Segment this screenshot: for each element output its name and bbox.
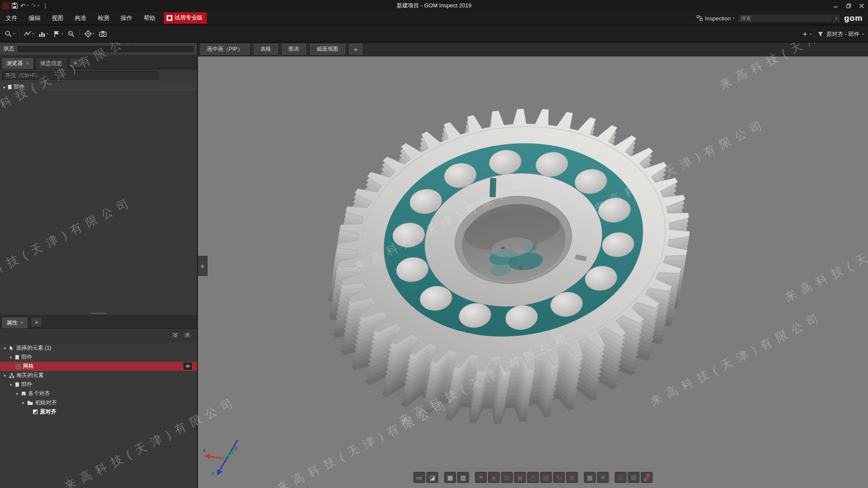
add-properties-tab-button[interactable]: +: [31, 318, 42, 327]
caret-closed-icon[interactable]: ▸: [3, 85, 6, 89]
workspace-dropdown-icon[interactable]: ▾: [733, 16, 734, 20]
frame-select-icon[interactable]: ▣: [514, 472, 526, 483]
menu-help[interactable]: 帮助: [138, 12, 161, 24]
menu-inspect[interactable]: 检测: [92, 12, 115, 24]
section-curve-dropdown-icon[interactable]: ▾: [33, 32, 34, 36]
tag-label-icon[interactable]: ◈: [488, 472, 500, 483]
mini-table-icon[interactable]: ▦: [444, 472, 456, 483]
tab-section-view[interactable]: 截面视图: [310, 44, 345, 55]
related-elements-icon: [9, 373, 14, 378]
zoom-fit-dropdown-icon[interactable]: ▾: [13, 32, 15, 36]
properties-toolrow: [0, 329, 197, 342]
tab-table[interactable]: 表格: [254, 44, 278, 55]
tab-properties-label: 属性: [7, 319, 17, 327]
panel-collapse-button[interactable]: «: [198, 256, 207, 276]
dense-grid-icon[interactable]: ▩: [584, 472, 596, 483]
label-flag-button[interactable]: ▾: [51, 29, 65, 39]
flag-label-icon[interactable]: ⚑: [475, 472, 487, 483]
expand-all-icon[interactable]: [183, 331, 192, 339]
undo-icon[interactable]: ↶: [20, 3, 25, 9]
tree-row-part[interactable]: ▾ 部件: [0, 380, 197, 389]
browser-root-row[interactable]: ▸ 部件: [0, 82, 197, 92]
checkbox-off-icon[interactable]: ☒: [628, 472, 640, 483]
diagonal-view-icon[interactable]: ◪: [427, 472, 438, 483]
add-tab-button[interactable]: +: [70, 58, 81, 68]
client-area: 状态 浏览器 × 状态信息 + ▸ 部件: [0, 43, 868, 488]
tab-properties[interactable]: 属性 ×: [1, 317, 28, 328]
tree-row-initial-alignment[interactable]: ▾ 初始对齐: [0, 398, 197, 407]
tree-row-mesh[interactable]: 网格: [0, 362, 197, 371]
axis-triad: x y z: [200, 433, 247, 476]
caret-open-icon[interactable]: ▾: [21, 401, 25, 405]
close-button[interactable]: [855, 0, 868, 11]
redo-icon[interactable]: ↷: [31, 3, 36, 9]
link-views-icon[interactable]: ⊞: [566, 472, 578, 483]
split-columns-icon[interactable]: ▥: [457, 472, 469, 483]
caret-open-icon[interactable]: ▾: [9, 355, 13, 360]
menu-operations[interactable]: 操作: [115, 12, 138, 24]
caret-open-icon[interactable]: ▾: [9, 383, 13, 387]
minimize-button[interactable]: [829, 0, 842, 11]
app-icon[interactable]: [3, 3, 9, 9]
menu-construct[interactable]: 构造: [69, 12, 92, 24]
undo-dropdown-icon[interactable]: ▾: [27, 4, 29, 7]
corner-resize-icon[interactable]: ◰: [527, 472, 539, 483]
axis-y-label: y: [235, 445, 237, 450]
tree-row-alignments[interactable]: ▾ 各个对齐: [0, 389, 197, 398]
refresh-view-icon[interactable]: ↻: [553, 472, 565, 483]
zoom-button[interactable]: [66, 29, 77, 39]
alignment-dropdown-icon[interactable]: ▾: [862, 33, 864, 36]
restore-button[interactable]: [842, 0, 855, 11]
zoom-fit-button[interactable]: ▾: [3, 29, 16, 39]
global-search-input[interactable]: [738, 14, 832, 23]
add-view-tab-button[interactable]: +: [349, 44, 362, 55]
active-alignment-label[interactable]: 原对齐 - 部件: [826, 30, 860, 38]
screen-capture-icon[interactable]: ⊡: [501, 472, 513, 483]
eye-icon: [185, 364, 191, 368]
tree-row-related-elements[interactable]: ▾ 相关的元素: [0, 371, 197, 380]
collapse-all-icon[interactable]: [171, 331, 180, 339]
caret-open-icon[interactable]: ▾: [3, 373, 7, 378]
section-curve-button[interactable]: ▾: [22, 29, 36, 39]
histogram-dropdown-icon[interactable]: ▾: [47, 32, 49, 36]
trial-pro-button[interactable]: 试用专业版: [164, 12, 207, 24]
redo-dropdown-icon[interactable]: ▾: [37, 4, 39, 7]
tree-row-part[interactable]: ▾ 部件: [0, 353, 197, 362]
burst-icon[interactable]: ✳: [597, 472, 609, 483]
browser-tree-area[interactable]: [0, 92, 197, 311]
histogram-button[interactable]: ▾: [36, 29, 50, 39]
snapshot-camera-button[interactable]: [97, 29, 108, 39]
tab-browser[interactable]: 浏览器 ×: [1, 57, 34, 69]
workspace-selector[interactable]: Inspection ▾: [697, 15, 734, 22]
tab-chart[interactable]: 图表: [282, 44, 306, 55]
add-element-button[interactable]: +: [802, 30, 807, 38]
tab-status-info[interactable]: 状态信息: [35, 57, 67, 69]
tab-browser-close-icon[interactable]: ×: [26, 61, 29, 66]
view-cube-button[interactable]: ▾: [82, 29, 96, 39]
menu-edit[interactable]: 编辑: [23, 12, 46, 24]
tree-find-input[interactable]: [2, 71, 158, 80]
compare-views-icon[interactable]: ▞: [641, 472, 653, 483]
view-cube-dropdown-icon[interactable]: ▾: [93, 32, 95, 36]
visibility-toggle[interactable]: [184, 363, 192, 370]
save-icon[interactable]: [12, 3, 18, 9]
viewport-3d[interactable]: 画中画（PIP） 表格 图表 截面视图 +: [198, 43, 868, 488]
tab-properties-close-icon[interactable]: ×: [20, 320, 23, 325]
pip-toggle-icon[interactable]: ▭: [414, 472, 425, 483]
gear-3d-model[interactable]: [198, 43, 868, 488]
tree-row-original-alignment[interactable]: 原对齐: [0, 407, 197, 416]
add-element-dropdown-icon[interactable]: ▾: [810, 33, 812, 36]
menu-view[interactable]: 视图: [46, 12, 69, 24]
splitter-grip[interactable]: [91, 313, 106, 314]
label-flag-dropdown-icon[interactable]: ▾: [62, 32, 63, 36]
menu-file[interactable]: 文件: [0, 12, 23, 24]
tree-row-selected-elements[interactable]: ▾ 选择的元素 (1): [0, 344, 197, 353]
checkbox-on-icon[interactable]: ☑: [615, 472, 627, 483]
caret-open-icon[interactable]: ▾: [3, 346, 7, 350]
report-page-icon[interactable]: ▤: [540, 472, 552, 483]
panel-splitter[interactable]: [0, 311, 197, 315]
search-dropdown-icon[interactable]: ▾: [832, 14, 841, 23]
caret-open-icon[interactable]: ▾: [15, 392, 19, 396]
tab-pip[interactable]: 画中画（PIP）: [201, 44, 250, 55]
filter-icon[interactable]: [817, 31, 824, 37]
